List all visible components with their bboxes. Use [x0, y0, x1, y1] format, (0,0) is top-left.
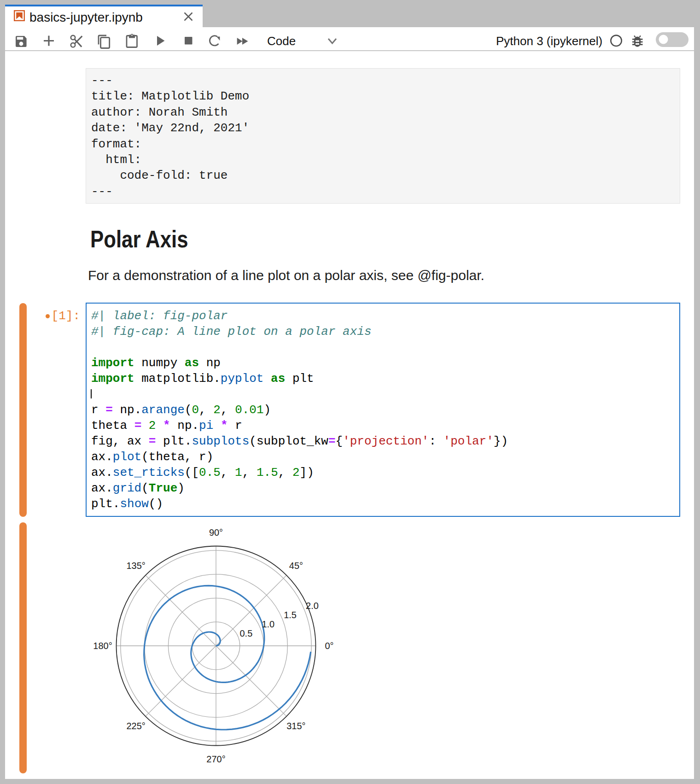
svg-text:225°: 225° [126, 721, 145, 731]
svg-text:270°: 270° [206, 754, 225, 764]
svg-text:135°: 135° [126, 561, 145, 571]
svg-text:90°: 90° [209, 527, 223, 538]
svg-text:2.0: 2.0 [306, 601, 319, 611]
svg-text:1.0: 1.0 [262, 619, 274, 629]
svg-text:45°: 45° [289, 561, 303, 571]
svg-text:315°: 315° [286, 721, 305, 731]
svg-text:0°: 0° [325, 641, 333, 651]
svg-text:0.5: 0.5 [239, 628, 252, 638]
svg-text:1.5: 1.5 [284, 610, 297, 620]
svg-text:180°: 180° [93, 641, 112, 651]
